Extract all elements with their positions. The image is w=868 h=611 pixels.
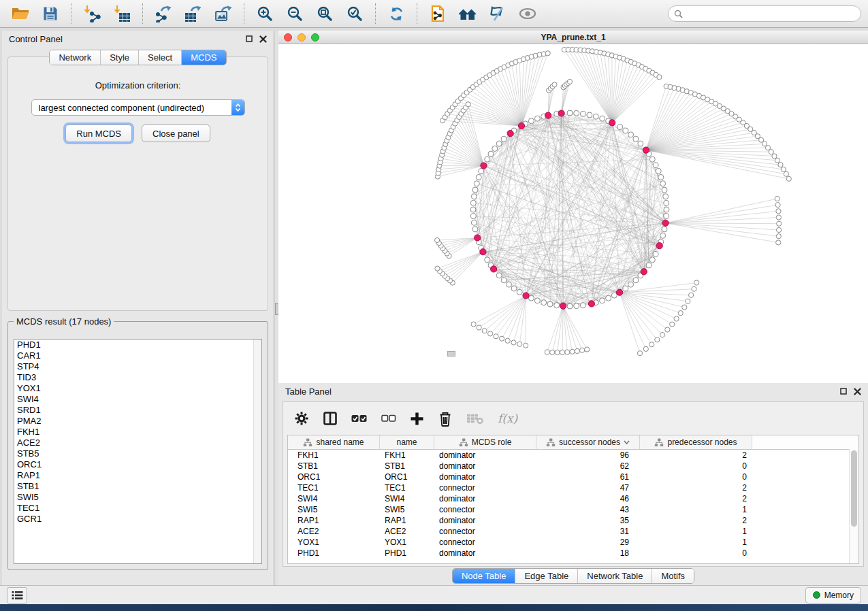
close-window-button[interactable]: [284, 33, 292, 42]
import-network-button[interactable]: [78, 3, 106, 24]
mcds-result-item[interactable]: TEC1: [14, 503, 261, 514]
org-chart-icon: [303, 438, 312, 447]
clone-network-button[interactable]: [424, 3, 451, 24]
mcds-result-item[interactable]: CAR1: [14, 350, 261, 361]
delete-column-icon[interactable]: [438, 411, 453, 427]
table-tab-bar: Node Table Edge Table Network Table Moti…: [452, 568, 694, 584]
control-panel-header: Control Panel: [2, 31, 274, 47]
tab-motifs[interactable]: Motifs: [652, 569, 694, 583]
search-box[interactable]: [668, 5, 861, 22]
horizontal-splitter-handle[interactable]: [447, 351, 455, 357]
close-panel-button[interactable]: Close panel: [142, 125, 210, 142]
table-cell: SWI4: [288, 494, 380, 503]
mcds-result-item[interactable]: STP4: [14, 361, 261, 372]
save-icon: [42, 5, 59, 22]
run-mcds-button[interactable]: Run MCDS: [65, 125, 132, 142]
maximize-window-button[interactable]: [311, 33, 319, 42]
export-image-button[interactable]: [210, 3, 237, 24]
table-row[interactable]: FKH1FKH1dominator962: [288, 450, 858, 461]
tab-network-table[interactable]: Network Table: [578, 569, 652, 583]
table-row[interactable]: STB1STB1dominator620: [288, 461, 858, 472]
list-scrollbar[interactable]: [253, 340, 261, 563]
search-input[interactable]: [686, 8, 855, 19]
hide-selected-button[interactable]: [484, 3, 511, 24]
table-scrollbar[interactable]: [849, 449, 858, 563]
function-builder-icon: f(x): [498, 412, 517, 425]
criterion-dropdown[interactable]: largest connected component (undirected): [31, 99, 245, 116]
select-all-icon[interactable]: [351, 413, 368, 424]
mcds-result-item[interactable]: PMA2: [14, 416, 261, 427]
table-row[interactable]: YOX1YOX1connector291: [288, 537, 858, 548]
table-row[interactable]: ORC1ORC1dominator610: [288, 472, 858, 482]
table-cell: RAP1: [288, 516, 380, 525]
minimize-window-button[interactable]: [298, 33, 306, 42]
first-neighbors-button[interactable]: [454, 3, 481, 24]
open-folder-icon: [11, 5, 30, 22]
table-cell: 1: [640, 538, 752, 547]
tab-edge-table[interactable]: Edge Table: [515, 569, 578, 583]
export-network-button[interactable]: [150, 3, 177, 24]
table-row[interactable]: PHD1PHD1dominator180: [288, 548, 858, 559]
column-header-predecessor-nodes[interactable]: predecessor nodes: [640, 435, 752, 449]
mcds-result-item[interactable]: SWI5: [14, 492, 261, 503]
mcds-result-item[interactable]: PHD1: [14, 340, 261, 350]
zoom-in-icon: [257, 5, 273, 22]
show-columns-icon[interactable]: [323, 411, 338, 426]
zoom-fit-button[interactable]: [311, 3, 338, 24]
refresh-button[interactable]: [383, 3, 410, 24]
network-titlebar[interactable]: YPA_prune.txt_1: [278, 31, 868, 44]
table-settings-gear-icon[interactable]: [294, 411, 309, 426]
save-session-button[interactable]: [37, 3, 64, 24]
mcds-result-item[interactable]: SRD1: [14, 405, 261, 416]
float-panel-icon[interactable]: [246, 35, 253, 42]
table-row[interactable]: RAP1RAP1dominator352: [288, 515, 858, 526]
tab-mcds[interactable]: MCDS: [182, 50, 225, 65]
tab-network[interactable]: Network: [50, 50, 101, 65]
task-history-button[interactable]: [7, 587, 27, 604]
mcds-result-item[interactable]: STB1: [14, 481, 261, 492]
houses-icon: [458, 5, 477, 22]
tab-node-table[interactable]: Node Table: [453, 569, 516, 583]
column-header-mcds-role[interactable]: MCDS role: [434, 435, 536, 449]
zoom-selected-button[interactable]: [341, 3, 368, 24]
tab-style[interactable]: Style: [101, 50, 139, 65]
mcds-result-item[interactable]: ACE2: [14, 437, 261, 448]
mcds-result-item[interactable]: ORC1: [14, 459, 261, 470]
mcds-result-item[interactable]: GCR1: [14, 514, 261, 525]
export-table-button[interactable]: [180, 3, 207, 24]
open-file-button[interactable]: [7, 3, 34, 24]
column-header-name[interactable]: name: [380, 435, 434, 449]
mcds-result-item[interactable]: YOX1: [14, 383, 261, 394]
float-panel-icon[interactable]: [840, 388, 847, 395]
mcds-result-item[interactable]: RAP1: [14, 470, 261, 481]
close-panel-icon[interactable]: [854, 388, 861, 395]
mcds-result-item[interactable]: STB5: [14, 448, 261, 459]
table-cell: TEC1: [380, 483, 434, 493]
table-scrollbar-thumb[interactable]: [851, 450, 857, 527]
table-cell: STB1: [380, 461, 434, 471]
import-table-button[interactable]: [108, 3, 135, 24]
zoom-in-button[interactable]: [251, 3, 278, 24]
eye-icon: [519, 7, 536, 20]
memory-button[interactable]: Memory: [805, 587, 861, 604]
mcds-result-item[interactable]: SWI4: [14, 394, 261, 405]
table-row[interactable]: SWI4SWI4dominator462: [288, 493, 858, 504]
table-cell: 96: [536, 450, 640, 460]
table-row[interactable]: ACE2ACE2connector311: [288, 526, 858, 537]
table-row[interactable]: SWI5SWI5connector431: [288, 504, 858, 515]
network-graph[interactable]: [278, 44, 868, 383]
table-cell: dominator: [434, 494, 536, 503]
table-row[interactable]: TEC1TEC1connector472: [288, 482, 858, 493]
mcds-result-item[interactable]: FKH1: [14, 427, 261, 437]
close-panel-icon[interactable]: [259, 35, 267, 43]
tab-select[interactable]: Select: [139, 50, 182, 65]
table-cell: YOX1: [288, 538, 380, 547]
table-cell: FKH1: [380, 450, 434, 460]
column-header-shared-name[interactable]: shared name: [288, 435, 380, 449]
deselect-all-icon[interactable]: [381, 414, 396, 423]
mcds-result-item[interactable]: TID3: [14, 372, 261, 383]
add-column-icon[interactable]: [410, 412, 424, 426]
zoom-out-button[interactable]: [281, 3, 308, 24]
column-header-successor-nodes[interactable]: successor nodes: [536, 435, 640, 449]
table-toolbar: f(x): [294, 406, 517, 431]
